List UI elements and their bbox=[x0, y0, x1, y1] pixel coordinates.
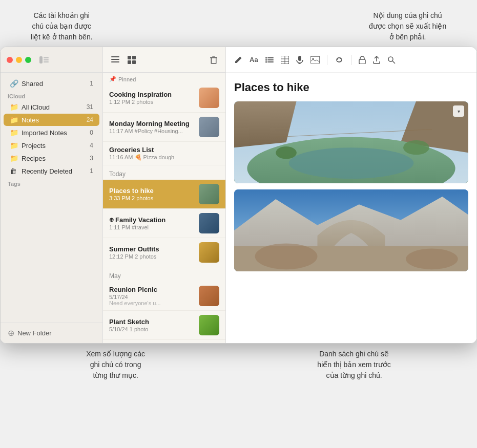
svg-rect-4 bbox=[111, 56, 119, 57]
svg-rect-8 bbox=[132, 56, 136, 59]
maximize-button[interactable] bbox=[25, 57, 31, 63]
note-info: Cooking Inspiration 1:12 PM 2 photos bbox=[109, 91, 195, 105]
note-item-vacation[interactable]: ⊕ Family Vacation 1:11 PM #travel bbox=[103, 209, 225, 238]
recipes-count: 3 bbox=[90, 155, 93, 162]
search-button[interactable] bbox=[385, 54, 398, 66]
note-title: Reunion Picnic bbox=[109, 286, 195, 293]
svg-point-45 bbox=[255, 243, 318, 269]
note-item-meeting[interactable]: Monday Morning Meeting 11:17 AM #Policy … bbox=[103, 113, 225, 142]
sidebar-item-imported[interactable]: 📁 Imported Notes 0 bbox=[4, 126, 99, 139]
all-icloud-icon: 📁 bbox=[10, 103, 18, 111]
note-content: Aa bbox=[226, 47, 476, 343]
sidebar-item-shared[interactable]: 🔗 Shared 1 bbox=[4, 77, 99, 90]
grid-view-button[interactable] bbox=[126, 54, 138, 66]
recipes-label: Recipes bbox=[22, 155, 46, 162]
svg-rect-5 bbox=[111, 59, 119, 60]
sidebar-item-notes[interactable]: 📁 Notes 24 bbox=[4, 114, 99, 126]
sidebar-header bbox=[1, 47, 102, 73]
traffic-lights bbox=[7, 57, 31, 63]
svg-rect-14 bbox=[216, 57, 217, 63]
sidebar-item-recently-deleted[interactable]: 🗑 Recently Deleted 1 bbox=[4, 165, 99, 177]
annotation-bottom-left: Xem số lượng các ghi chú có trong từng t… bbox=[86, 349, 145, 381]
svg-point-18 bbox=[265, 59, 267, 60]
sidebar-item-projects[interactable]: 📁 Projects 4 bbox=[4, 139, 99, 152]
link-button[interactable] bbox=[333, 55, 346, 65]
new-folder-button[interactable]: ⊕ New Folder bbox=[1, 323, 102, 343]
svg-point-32 bbox=[388, 57, 393, 61]
svg-point-16 bbox=[265, 57, 267, 58]
annotation-bottom: Xem số lượng các ghi chú có trong từng t… bbox=[0, 349, 477, 381]
note-title: Cooking Inspiration bbox=[109, 91, 195, 98]
projects-icon: 📁 bbox=[10, 141, 18, 150]
imported-label: Imported Notes bbox=[22, 129, 67, 137]
mountain-image-1 bbox=[234, 101, 468, 183]
list-view-button[interactable] bbox=[109, 54, 121, 66]
share-button[interactable] bbox=[371, 54, 382, 66]
svg-rect-17 bbox=[267, 57, 274, 58]
svg-rect-26 bbox=[298, 56, 301, 61]
note-thumbnail-meeting bbox=[199, 117, 219, 137]
sidebar-item-all-icloud[interactable]: 📁 All iCloud 31 bbox=[4, 101, 99, 113]
note-item-cooking[interactable]: Cooking Inspiration 1:12 PM 2 photos bbox=[103, 83, 225, 113]
note-thumbnail-reunion bbox=[199, 286, 219, 306]
shared-icon: 🔗 bbox=[10, 79, 18, 88]
projects-count: 4 bbox=[90, 142, 93, 149]
table-button[interactable] bbox=[279, 54, 291, 66]
note-item-plant[interactable]: Plant Sketch 5/10/24 1 photo bbox=[103, 311, 225, 340]
annotation-top: Các tài khoản ghi chú của bạn được liệt … bbox=[0, 10, 477, 42]
note-thumbnail-vacation bbox=[199, 213, 219, 233]
svg-rect-9 bbox=[128, 60, 131, 64]
new-folder-label: New Folder bbox=[17, 329, 51, 337]
app-window: 🔗 Shared 1 iCloud 📁 All iCloud 31 📁 Note… bbox=[0, 47, 477, 344]
note-preview: Need everyone's u... bbox=[109, 300, 195, 306]
plus-icon: ⊕ bbox=[8, 328, 14, 338]
svg-rect-6 bbox=[111, 61, 119, 62]
notes-count: 24 bbox=[87, 116, 93, 123]
sidebar-item-recipes[interactable]: 📁 Recipes 3 bbox=[4, 152, 99, 164]
note-item-summer[interactable]: Summer Outfits 12:12 PM 2 photos bbox=[103, 238, 225, 267]
delete-button[interactable] bbox=[208, 54, 219, 66]
note-item-hike[interactable]: Places to hike 3:33 PM 2 photos bbox=[103, 180, 225, 209]
audio-button[interactable] bbox=[294, 54, 305, 66]
svg-rect-13 bbox=[211, 57, 212, 63]
image-expand-button[interactable]: ▾ bbox=[453, 105, 464, 117]
svg-rect-1 bbox=[44, 57, 49, 58]
sidebar-shared-label: Shared bbox=[22, 80, 43, 88]
lock-button[interactable] bbox=[357, 54, 368, 66]
minimize-button[interactable] bbox=[16, 57, 22, 63]
sidebar-shared-count: 1 bbox=[90, 80, 93, 87]
recently-deleted-label: Recently Deleted bbox=[22, 167, 72, 175]
note-thumbnail-hike bbox=[199, 184, 219, 204]
mountain-image-2 bbox=[234, 189, 468, 271]
note-info: Summer Outfits 12:12 PM 2 photos bbox=[109, 245, 195, 260]
sidebar-toggle-button[interactable] bbox=[37, 54, 51, 66]
bullets-button[interactable] bbox=[263, 55, 276, 65]
svg-rect-21 bbox=[267, 61, 274, 62]
annotation-top-right: Nội dung của ghi chú được chọn sẽ xuất h… bbox=[369, 10, 446, 42]
sidebar-content: 🔗 Shared 1 iCloud 📁 All iCloud 31 📁 Note… bbox=[1, 73, 102, 323]
note-title: Plant Sketch bbox=[109, 318, 195, 326]
svg-rect-19 bbox=[267, 59, 274, 60]
note-item-snow[interactable]: Snowscape Photography bbox=[103, 340, 225, 343]
note-thumbnail-cooking bbox=[199, 88, 219, 108]
note-info: Monday Morning Meeting 11:17 AM #Policy … bbox=[109, 120, 195, 134]
pin-icon: 📌 bbox=[109, 76, 116, 82]
note-title: Monday Morning Meeting bbox=[109, 120, 195, 127]
note-item-reunion[interactable]: Reunion Picnic 5/17/24 Need everyone's u… bbox=[103, 282, 225, 311]
note-meta: 3:33 PM 2 photos bbox=[109, 195, 195, 201]
close-button[interactable] bbox=[7, 57, 13, 63]
svg-point-38 bbox=[289, 147, 414, 179]
svg-line-33 bbox=[392, 61, 395, 63]
note-title: Groceries List bbox=[109, 146, 219, 154]
shared-note-icon: ⊕ bbox=[109, 217, 114, 223]
note-image-1: ▾ bbox=[234, 101, 468, 183]
edit-note-button[interactable] bbox=[232, 54, 244, 66]
media-button[interactable] bbox=[308, 54, 322, 66]
note-item-groceries[interactable]: Groceries List 11:16 AM 🍕 Pizza dough bbox=[103, 142, 225, 165]
note-thumbnail-plant bbox=[199, 315, 219, 335]
recently-deleted-count: 1 bbox=[90, 167, 93, 175]
note-toolbar: Aa bbox=[226, 47, 476, 73]
annotation-top-left: Các tài khoản ghi chú của bạn được liệt … bbox=[31, 10, 93, 42]
svg-point-40 bbox=[276, 146, 297, 159]
format-button[interactable]: Aa bbox=[247, 54, 260, 66]
